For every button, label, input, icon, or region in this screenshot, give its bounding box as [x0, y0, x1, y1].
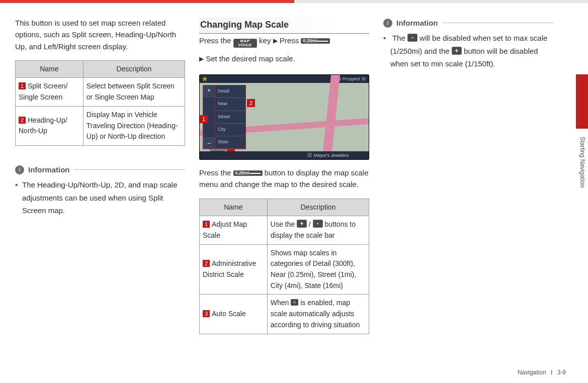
footer-separator: I — [551, 369, 552, 376]
row-num-badge: 2 — [19, 117, 26, 124]
info-icon: i — [15, 165, 24, 174]
auto-icon — [291, 299, 298, 306]
map-screenshot: N Prospect St + − Detail Near Street Cit… — [199, 74, 369, 160]
shot-scale-item: Detail — [215, 85, 245, 98]
row-desc: When is enabled, map scale automatically… — [267, 295, 369, 334]
table-row: 3Auto Scale When is enabled, map scale a… — [200, 295, 369, 334]
shot-scale-item: City — [215, 124, 245, 136]
info-heading: i Information — [15, 164, 185, 175]
row-num-badge: 1 — [203, 221, 210, 228]
footer-section: Navigation — [518, 369, 546, 376]
col2-table: Name Description 1Adjust Map Scale Use t… — [199, 199, 369, 334]
info-divider — [74, 169, 186, 170]
shot-scale-item: Near — [215, 98, 245, 111]
row-num-badge: 2 — [203, 260, 210, 267]
shot-scale-panel: + − Detail Near Street City State — [203, 85, 246, 149]
shot-zoom-in: + — [203, 85, 215, 97]
info-list: The Heading-Up/North-Up, 2D, and map sca… — [15, 178, 185, 217]
column-3: i Information The - will be disabled whe… — [383, 17, 553, 356]
shot-zoom-out: − — [203, 138, 215, 149]
col1-intro: This button is used to set map screen re… — [15, 17, 185, 52]
row-name: Auto Scale — [212, 310, 246, 318]
minus-icon: - — [313, 220, 323, 228]
row-desc: Select between Split Screen or Single Sc… — [83, 78, 185, 106]
row-name: Administrative District Scale — [203, 259, 256, 278]
info-icon: i — [383, 19, 392, 28]
arrow-icon: ▶ — [273, 37, 278, 44]
row-name: Heading-Up/ North-Up — [19, 116, 67, 135]
col1-th-name: Name — [16, 60, 83, 78]
info-bullet: The - will be disabled when set to max s… — [390, 32, 553, 70]
column-2: Changing Map Scale Press the MAP VOICE k… — [199, 17, 369, 356]
instruction-line-2: ▶ Set the desired map scale. — [199, 53, 369, 64]
page-footer: Navigation I 3-9 — [518, 369, 566, 376]
shot-scale-list: Detail Near Street City State — [215, 85, 246, 149]
column-1: This button is used to set map screen re… — [15, 17, 185, 356]
row-desc: Display Map in Vehicle Traveling Directi… — [83, 106, 185, 145]
shot-scale-item: State — [215, 136, 245, 149]
shot-road — [319, 74, 341, 160]
info-label: Information — [28, 164, 70, 175]
footer-page-number: 3-9 — [557, 369, 566, 376]
plus-icon: + — [297, 220, 307, 228]
col2-th-name: Name — [200, 199, 268, 216]
row-num-badge: 1 — [19, 82, 26, 89]
callout-1: 1 — [200, 115, 208, 123]
table-row: 2Administrative District Scale Shows map… — [200, 244, 369, 295]
row-name: Split Screen/ Single Screen — [19, 82, 67, 101]
shot-top-text: N Prospect St — [338, 75, 366, 83]
shot-bottom-label: Mayor's Jewelers — [307, 151, 349, 159]
col1-th-desc: Description — [83, 60, 185, 78]
info-label: Information — [396, 17, 438, 29]
row-desc: Use the + / - buttons to display the sca… — [267, 216, 369, 244]
col2-th-desc: Description — [267, 199, 369, 216]
table-row: 2Heading-Up/ North-Up Display Map in Veh… — [16, 106, 185, 145]
minus-icon: - — [407, 34, 417, 42]
info-bullet: The Heading-Up/North-Up, 2D, and map sca… — [22, 178, 185, 217]
plus-icon: + — [452, 47, 462, 55]
section-heading: Changing Map Scale — [199, 17, 369, 34]
arrow-icon: ▶ — [199, 55, 204, 62]
info-divider — [442, 23, 554, 23]
scale-chip: 0.25mi — [301, 38, 330, 44]
info-list: The - will be disabled when set to max s… — [383, 32, 553, 70]
scale-chip: 0.25mi — [233, 170, 263, 176]
map-voice-key-chip: MAP VOICE — [233, 39, 257, 48]
instruction-line-1: Press the MAP VOICE key ▶ Press 0.25mi — [199, 35, 369, 48]
table-row: 1Split Screen/ Single Screen Select betw… — [16, 78, 185, 106]
row-num-badge: 3 — [203, 310, 210, 317]
table-row: 1Adjust Map Scale Use the + / - buttons … — [200, 216, 369, 244]
info-heading: i Information — [383, 17, 553, 29]
callout-2: 2 — [247, 99, 255, 107]
row-desc: Shows map scales in categories of Detail… — [267, 244, 369, 295]
shot-scale-item: Street — [215, 111, 245, 124]
under-shot-text: Press the 0.25mi button to display the m… — [199, 167, 369, 190]
col1-table: Name Description 1Split Screen/ Single S… — [15, 60, 185, 146]
